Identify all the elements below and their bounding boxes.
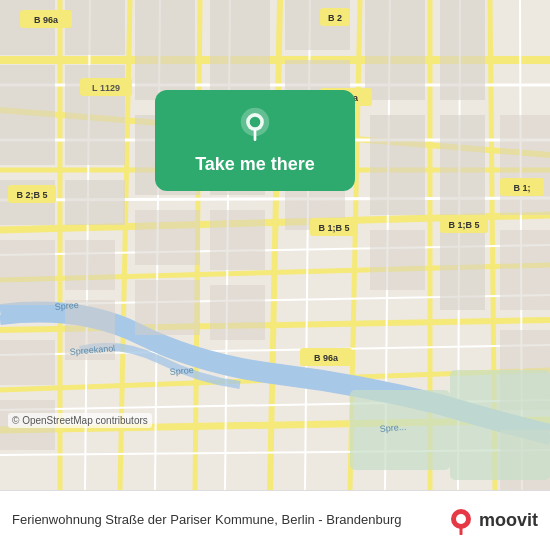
location-text: Ferienwohnung Straße der Pariser Kommune…	[12, 512, 437, 529]
svg-rect-58	[500, 230, 550, 310]
svg-text:L 1129: L 1129	[92, 83, 120, 93]
moovit-logo-icon	[447, 507, 475, 535]
svg-rect-50	[0, 340, 55, 385]
svg-text:B 2;B 5: B 2;B 5	[16, 190, 47, 200]
moovit-logo-text: moovit	[479, 510, 538, 531]
location-pin-icon	[235, 106, 275, 146]
svg-text:B 1;: B 1;	[513, 183, 530, 193]
svg-rect-38	[440, 0, 485, 100]
bottom-bar: Ferienwohnung Straße der Pariser Kommune…	[0, 490, 550, 550]
svg-rect-44	[440, 230, 485, 310]
svg-rect-65	[450, 370, 550, 480]
map-popup[interactable]: Take me there	[155, 90, 355, 191]
svg-text:B 1;B 5: B 1;B 5	[318, 223, 349, 233]
map-container: B 96a B 2 B 96a L 1129 B 2;B 5 B 1;B 5 B…	[0, 0, 550, 490]
svg-text:B 96a: B 96a	[34, 15, 59, 25]
svg-rect-55	[210, 285, 265, 340]
svg-rect-37	[365, 0, 425, 100]
svg-rect-34	[135, 0, 195, 100]
svg-rect-39	[0, 65, 55, 165]
svg-rect-63	[135, 280, 200, 335]
svg-text:Sproe: Sproe	[169, 365, 194, 377]
svg-rect-49	[0, 240, 55, 305]
svg-rect-42	[65, 180, 125, 225]
svg-text:B 1;B 5: B 1;B 5	[448, 220, 479, 230]
svg-rect-51	[65, 240, 115, 290]
svg-rect-52	[210, 210, 265, 270]
svg-rect-33	[65, 0, 125, 55]
map-attribution: © OpenStreetMap contributors	[8, 413, 152, 428]
moovit-logo: moovit	[447, 507, 538, 535]
svg-rect-54	[370, 230, 425, 290]
svg-rect-62	[135, 210, 200, 265]
svg-text:Spree: Spree	[54, 300, 79, 312]
svg-rect-59	[500, 115, 550, 215]
svg-rect-45	[370, 115, 425, 215]
svg-point-90	[250, 117, 261, 128]
svg-point-92	[456, 514, 466, 524]
svg-rect-35	[210, 0, 270, 100]
svg-text:B 96a: B 96a	[314, 353, 339, 363]
svg-text:B 2: B 2	[328, 13, 342, 23]
svg-rect-43	[440, 115, 485, 215]
take-me-there-label: Take me there	[195, 154, 315, 175]
